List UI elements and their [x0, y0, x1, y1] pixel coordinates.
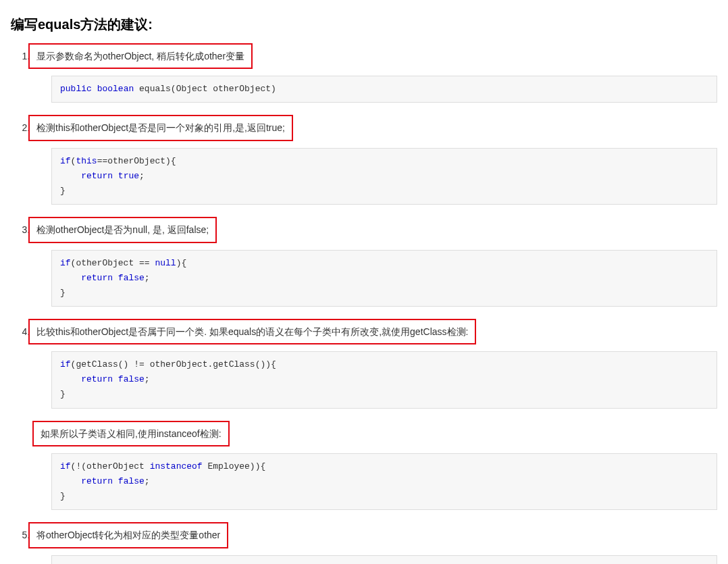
- step-3: 检测otherObject是否为null, 是, 返回false; if(oth…: [32, 217, 717, 307]
- step-1: 显示参数命名为otherObject, 稍后转化成other变量 public …: [32, 43, 717, 103]
- step-2: 检测this和otherObject是否是同一个对象的引用,是,返回true; …: [32, 115, 717, 205]
- step-3-text: 检测otherObject是否为null, 是, 返回false;: [28, 217, 217, 242]
- step-4: 比较this和otherObject是否属于同一个类. 如果equals的语义在…: [32, 319, 717, 510]
- steps-list: 显示参数命名为otherObject, 稍后转化成other变量 public …: [11, 43, 717, 564]
- step-4-note-code: if(!(otherObject instanceof Employee)){ …: [51, 453, 717, 510]
- step-4-text: 比较this和otherObject是否属于同一个类. 如果equals的语义在…: [28, 319, 476, 344]
- step-1-code: public boolean equals(Object otherObject…: [51, 76, 717, 103]
- step-5-text: 将otherObject转化为相对应的类型变量other: [28, 522, 228, 548]
- page-title: 编写equals方法的建议:: [11, 14, 717, 35]
- step-5: 将otherObject转化为相对应的类型变量other Employee ot…: [32, 522, 717, 564]
- step-2-text: 检测this和otherObject是否是同一个对象的引用,是,返回true;: [28, 115, 293, 140]
- step-2-code: if(this==otherObject){ return true; }: [51, 148, 717, 205]
- step-5-code: Employee other = (Employee)otherObject;: [51, 555, 717, 564]
- step-3-code: if(otherObject == null){ return false; }: [51, 250, 717, 307]
- step-1-text: 显示参数命名为otherObject, 稍后转化成other变量: [28, 43, 253, 69]
- step-4-note: 如果所以子类语义相同,使用instanceof检测:: [32, 421, 230, 446]
- step-4-code: if(getClass() != otherObject.getClass())…: [51, 351, 717, 408]
